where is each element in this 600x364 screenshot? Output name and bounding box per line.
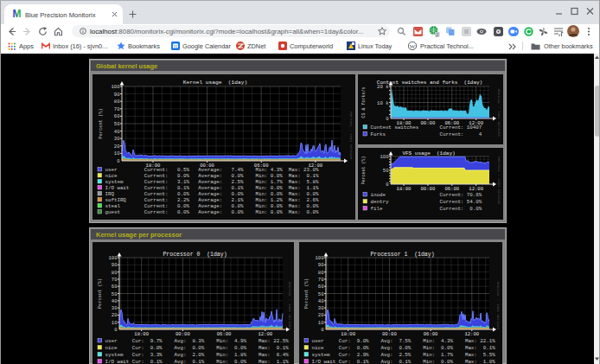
svg-text:30: 30 xyxy=(318,305,324,311)
svg-text:10 k: 10 k xyxy=(377,99,389,105)
svg-text:dentry Current: dentry Current: 54.0% xyxy=(371,199,482,205)
svg-text:RRDTOOL / TOBI OETIKER: RRDTOOL / TOBI OETIKER xyxy=(288,282,291,330)
svg-text:12:00: 12:00 xyxy=(464,331,479,337)
svg-text:00:00: 00:00 xyxy=(421,185,436,191)
svg-text:user Cur: 9.7% Avg: 8: user Cur: 9.7% Avg: 8.3% Min: 4.9% Max: … xyxy=(105,338,290,344)
svg-text:06:00: 06:00 xyxy=(217,331,232,337)
svg-text:Kernel usage (1day): Kernel usage (1day) xyxy=(183,80,247,86)
svg-text:VFS usage (1day): VFS usage (1day) xyxy=(402,150,455,156)
svg-text:20: 20 xyxy=(114,143,120,149)
svg-text:20: 20 xyxy=(112,312,118,318)
svg-text:80: 80 xyxy=(318,270,324,276)
svg-text:Context switches and forks (1: Context switches and forks (1day) xyxy=(377,80,482,86)
svg-text:IRQ Current: 0.0%: IRQ Current: 0.0% Average: 0.0% Min: 0.0… xyxy=(105,191,320,197)
svg-text:RRDTOOL / TOBI OETIKER: RRDTOOL / TOBI OETIKER xyxy=(496,282,500,330)
svg-text:50: 50 xyxy=(112,291,118,297)
svg-text:00:00: 00:00 xyxy=(382,331,397,337)
svg-text:00:00: 00:00 xyxy=(176,331,190,337)
svg-text:Percent (%): Percent (%) xyxy=(99,108,104,139)
svg-text:user Cur: 9.0% Avg: 7: user Cur: 9.0% Avg: 7.5% Min: 4.3% Max: … xyxy=(312,338,496,344)
svg-text:90: 90 xyxy=(318,262,324,268)
svg-text:file Current: file Current: 0.0% xyxy=(371,206,482,212)
svg-text:10: 10 xyxy=(114,150,120,156)
svg-text:nice Cur: 0.0% Avg: 0: nice Cur: 0.0% Avg: 0.0% Min: 0.0% Max: … xyxy=(312,345,496,351)
svg-text:100: 100 xyxy=(108,255,118,261)
svg-text:80: 80 xyxy=(114,99,120,105)
svg-text:60: 60 xyxy=(112,284,118,290)
svg-text:100: 100 xyxy=(315,255,324,261)
svg-text:Forks Current: Forks Current: 4 xyxy=(371,131,482,137)
svg-text:18:00: 18:00 xyxy=(134,331,149,337)
svg-text:system Cur: 2.9% Avg: 2: system Cur: 2.9% Avg: 2.5% Min: 1.7% Max… xyxy=(312,352,496,358)
svg-text:100: 100 xyxy=(380,154,389,160)
svg-text:60: 60 xyxy=(318,284,324,290)
svg-text:Percent (%): Percent (%) xyxy=(304,278,310,310)
svg-text:2: 2 xyxy=(436,32,438,37)
svg-text:W: W xyxy=(410,43,416,50)
svg-text:Percent (%): Percent (%) xyxy=(98,278,103,310)
svg-text:Processor 0 (1day): Processor 0 (1day) xyxy=(163,252,227,258)
svg-text:50: 50 xyxy=(383,168,389,174)
svg-text:12:00: 12:00 xyxy=(258,331,272,337)
svg-text:18:00: 18:00 xyxy=(397,185,412,191)
svg-text:RRDTOOL / TOBI OETIKER: RRDTOOL / TOBI OETIKER xyxy=(349,112,353,160)
svg-text:guest Current: 0.0%: guest Current: 0.0% Average: 0.0% Min: 0… xyxy=(105,209,320,215)
svg-text:70: 70 xyxy=(112,277,118,283)
svg-text:40: 40 xyxy=(112,298,118,304)
svg-text:nice Current: 0.0%: nice Current: 0.0% Average: 0.0% Min: 0.… xyxy=(105,173,320,179)
svg-text:I/O wait Current: 0.1%: I/O wait Current: 0.1% Average: 0.1% Min… xyxy=(105,185,320,191)
svg-text:Context switches Current: Context switches Current: 10407 xyxy=(371,125,482,131)
svg-text:12:00: 12:00 xyxy=(469,185,483,191)
svg-text:18:00: 18:00 xyxy=(341,331,355,337)
svg-text:50: 50 xyxy=(318,291,324,297)
svg-text:06:00: 06:00 xyxy=(424,331,438,337)
svg-text:10: 10 xyxy=(112,320,118,326)
svg-text:Processor 1 (1day): Processor 1 (1day) xyxy=(370,252,434,258)
svg-text:system Current: 3.1%: system Current: 3.1% Average: 2.5% Min: … xyxy=(105,179,320,185)
svg-text:RRDTOOL / TOBI OETIKER: RRDTOOL / TOBI OETIKER xyxy=(497,156,501,205)
svg-text:40: 40 xyxy=(114,128,120,134)
svg-text:RRDTOOL / TOBI OETIKER: RRDTOOL / TOBI OETIKER xyxy=(497,88,501,137)
svg-text:CS & forks/s: CS & forks/s xyxy=(361,86,367,118)
svg-text:70: 70 xyxy=(114,105,120,112)
svg-text:steal Current: 0.0%: steal Current: 0.0% Average: 0.0% Min: 0… xyxy=(105,203,320,209)
svg-text:20: 20 xyxy=(318,312,324,318)
svg-text:70: 70 xyxy=(318,277,324,283)
svg-text:I/O wait Cur: 0.1% Avg: 0: I/O wait Cur: 0.1% Avg: 0.1% Min: 0.0% M… xyxy=(312,359,496,364)
svg-text:nice Cur: 0.0% Avg: 0: nice Cur: 0.0% Avg: 0.0% Min: 0.0% Max: … xyxy=(105,345,290,351)
svg-text:10: 10 xyxy=(318,320,324,326)
svg-text:system Cur: 3.3% Avg: 2: system Cur: 3.3% Avg: 2.0% Min: 1.8% Max… xyxy=(105,352,290,358)
svg-text:I/O wait Cur: 0.1% Avg: 0: I/O wait Cur: 0.1% Avg: 0.1% Min: 0.0% M… xyxy=(105,359,290,364)
svg-text:inode Current: inode Current: 70.6% xyxy=(371,192,482,198)
svg-text:80: 80 xyxy=(112,270,118,276)
svg-text:20 k: 20 k xyxy=(377,84,389,90)
svg-text:06:00: 06:00 xyxy=(444,185,459,191)
svg-text:90: 90 xyxy=(112,262,118,268)
svg-text:50: 50 xyxy=(114,121,120,127)
svg-text:30: 30 xyxy=(112,305,118,311)
svg-text:90: 90 xyxy=(114,91,120,97)
svg-text:user Current: 0.5%: user Current: 0.5% Average: 7.4% Min: 4.… xyxy=(105,167,320,173)
svg-text:40: 40 xyxy=(318,298,324,304)
svg-text:Percent (%): Percent (%) xyxy=(361,156,367,184)
svg-text:60: 60 xyxy=(114,113,120,119)
svg-text:30: 30 xyxy=(114,136,120,142)
svg-text:M: M xyxy=(13,8,22,19)
svg-text:31: 31 xyxy=(173,45,178,49)
svg-text:softIRQ Current: 2.2%: softIRQ Current: 2.2% Average: 2.1% Min:… xyxy=(105,197,320,203)
svg-text:100: 100 xyxy=(111,84,120,90)
